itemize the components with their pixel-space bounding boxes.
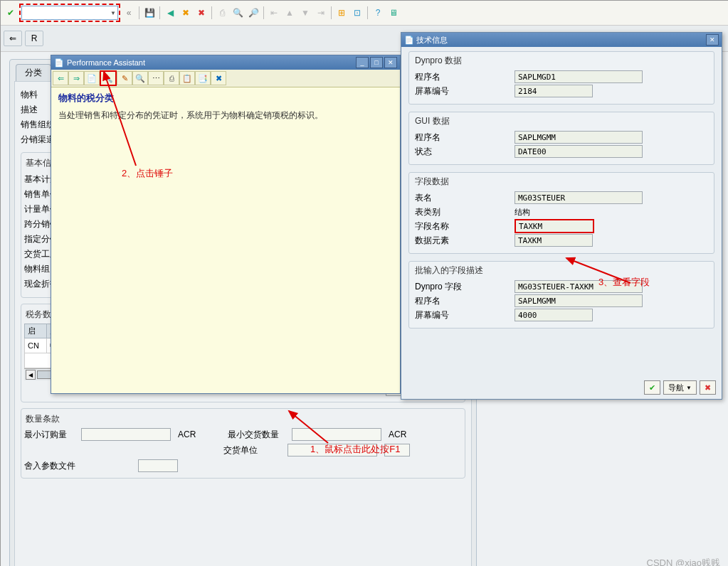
qty-title: 数量条款 — [24, 412, 462, 428]
help-icon[interactable]: ? — [371, 6, 385, 20]
dynpro-field-label: Dynpro 字段 — [415, 281, 515, 293]
group-title: GUI 数据 — [415, 115, 708, 130]
min-deliv-label: 最小交货数量 — [228, 429, 285, 441]
deliv-unit-uom-input[interactable] — [384, 444, 410, 456]
perf-toolbar: ⇐ ⇒ 📄 🔧 ✎ 🔍 ⋯ ⎙ 📋 📑 ✖ — [51, 70, 400, 87]
next-material-button[interactable]: R — [25, 31, 43, 46]
save-icon[interactable]: 💾 — [142, 6, 157, 20]
group-title: 批输入的字段描述 — [415, 265, 708, 279]
confirm-button[interactable]: ✔ — [644, 380, 660, 395]
qty-group: 数量条款 最小订购量 ACR 最小交货数量 ACR 交货单位 舍入参数文件 — [21, 408, 465, 479]
tech-title-bar[interactable]: 📄 技术信息 ✕ — [401, 33, 722, 47]
screen-number-label: 屏幕编号 — [415, 85, 515, 97]
find-icon[interactable]: 🔍 — [132, 71, 148, 85]
dynpro-field-value[interactable]: MG03STEUER-TAXKM — [515, 280, 643, 293]
perf-text: 当处理销售和特定分布的凭证时，系统用于为物料确定销项税的标识。 — [58, 109, 393, 122]
program-name-label: 程序名 — [415, 295, 515, 307]
field-name-value[interactable]: TAXKM — [515, 219, 594, 233]
data-element-value[interactable]: TAXKM — [515, 234, 593, 247]
group-title: 字段数据 — [415, 176, 708, 191]
maximize-button[interactable]: □ — [370, 57, 383, 68]
data-element-label: 数据元素 — [415, 235, 515, 247]
gui-data-group: GUI 数据 程序名SAPLMGMM 状态DATE00 — [408, 112, 714, 165]
technical-info-window: 📄 技术信息 ✕ Dynpro 数据 程序名SAPLMGD1 屏幕编号2184 … — [401, 32, 722, 400]
status-label: 状态 — [415, 146, 515, 158]
close-help-icon[interactable]: ✖ — [211, 71, 226, 85]
find-next-icon[interactable]: 🔎 — [246, 6, 260, 20]
last-page-icon[interactable]: ⇥ — [314, 6, 328, 20]
perf-heading: 物料的税分类 — [58, 92, 393, 105]
perf-title: Performance Assistant — [67, 58, 145, 67]
tech-info-button[interactable]: 🔧 — [100, 70, 117, 86]
table-name-label: 表名 — [415, 192, 515, 204]
deliv-unit-label: 交货单位 — [223, 444, 280, 456]
new-session-icon[interactable]: ⊞ — [334, 6, 349, 20]
program-name-label: 程序名 — [415, 71, 515, 83]
prev-page-icon[interactable]: ▲ — [283, 6, 297, 20]
scroll-left-icon[interactable]: ◀ — [26, 370, 36, 380]
batch-input-group: 批输入的字段描述 Dynpro 字段MG03STEUER-TAXKM 程序名SA… — [408, 261, 714, 329]
close-button[interactable]: ✕ — [706, 34, 719, 46]
more-icon[interactable]: ⋯ — [148, 71, 164, 85]
screen-number-value[interactable]: 4000 — [515, 309, 593, 321]
group-title: Dynpro 数据 — [415, 55, 708, 70]
program-name-value[interactable]: SAPLMGD1 — [515, 70, 643, 83]
minimize-button[interactable]: _ — [356, 57, 369, 68]
field-data-group: 字段数据 表名MG03STEUER 表类别结构 字段名称TAXKM 数据元素TA… — [408, 172, 714, 254]
next-page-icon[interactable]: ▼ — [298, 6, 312, 20]
tab-classification[interactable]: 分类 — [16, 64, 51, 81]
layout-icon[interactable]: 🖥 — [386, 6, 401, 20]
print-icon[interactable]: ⎙ — [215, 6, 229, 20]
window-icon: 📄 — [404, 36, 414, 44]
cancel-button[interactable]: ✖ — [700, 380, 716, 395]
command-field-highlight: ▼ — [19, 4, 120, 22]
table-name-value[interactable]: MG03STEUER — [515, 191, 643, 204]
main-toolbar: ✔ ▼ « 💾 ◀ ✖ ✖ ⎙ 🔍 🔎 ⇤ ▲ ▼ ⇥ ⊞ ⊡ ? 🖥 — [1, 1, 728, 26]
program-name-value[interactable]: SAPLMGMM — [515, 131, 643, 144]
history-back-icon[interactable]: « — [122, 6, 136, 20]
min-order-label: 最小订购量 — [24, 429, 74, 441]
cancel-icon[interactable]: ✖ — [194, 6, 209, 20]
watermark: CSDN @xiao贱贱 — [647, 557, 721, 566]
min-deliv-input[interactable] — [292, 428, 381, 441]
print-icon[interactable]: ⎙ — [164, 71, 179, 85]
round-profile-input[interactable] — [138, 459, 178, 472]
round-profile-label: 舍入参数文件 — [24, 460, 81, 472]
tech-title: 技术信息 — [416, 36, 448, 44]
screen-number-value[interactable]: 2184 — [515, 85, 593, 97]
acr-label: ACR — [178, 429, 199, 439]
prev-material-button[interactable]: ⇐ — [4, 31, 22, 46]
status-value[interactable]: DATE00 — [515, 145, 643, 158]
col-head[interactable]: 启 — [25, 324, 47, 338]
table-category-value: 结构 — [515, 207, 530, 218]
back-icon[interactable]: ◀ — [163, 6, 177, 20]
field-name-label: 字段名称 — [415, 220, 515, 233]
layout-icon[interactable]: 📑 — [195, 71, 211, 85]
perf-title-bar[interactable]: 📄 Performance Assistant _ □ ✕ — [51, 55, 400, 70]
performance-assistant-window: 📄 Performance Assistant _ □ ✕ ⇐ ⇒ 📄 🔧 ✎ … — [51, 55, 401, 394]
cell-country-code: CN — [25, 338, 47, 353]
screen-number-label: 屏幕编号 — [415, 309, 515, 321]
program-name-value[interactable]: SAPLMGMM — [515, 294, 643, 307]
find-icon[interactable]: 🔍 — [231, 6, 245, 20]
copy-icon[interactable]: 📋 — [179, 71, 195, 85]
navigate-button[interactable]: 导航 ▼ — [663, 380, 697, 395]
nav-back-icon[interactable]: ⇐ — [53, 71, 68, 85]
command-field[interactable]: ▼ — [21, 6, 118, 20]
window-icon: 📄 — [54, 58, 64, 68]
shortcut-icon[interactable]: ⊡ — [350, 6, 364, 20]
first-page-icon[interactable]: ⇤ — [267, 6, 281, 20]
program-name-label: 程序名 — [415, 132, 515, 144]
ok-icon[interactable]: ✔ — [4, 6, 18, 20]
dynpro-data-group: Dynpro 数据 程序名SAPLMGD1 屏幕编号2184 — [408, 51, 714, 105]
close-button[interactable]: ✕ — [384, 57, 397, 68]
table-category-label: 表类别 — [415, 206, 515, 218]
exit-icon[interactable]: ✖ — [179, 6, 193, 20]
doc-icon[interactable]: 📄 — [84, 71, 100, 85]
nav-fwd-icon[interactable]: ⇒ — [68, 71, 84, 85]
deliv-unit-input[interactable] — [287, 444, 377, 456]
tech-footer: ✔ 导航 ▼ ✖ — [644, 380, 716, 395]
min-order-input[interactable] — [81, 428, 171, 441]
acr-label2: ACR — [389, 429, 410, 439]
edit-icon[interactable]: ✎ — [117, 71, 132, 85]
